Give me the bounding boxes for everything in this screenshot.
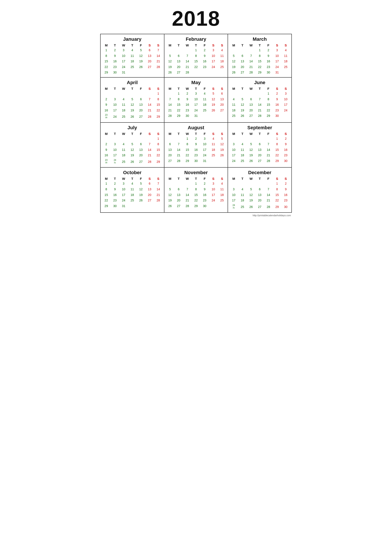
day-header: W xyxy=(183,176,192,181)
calendar-day xyxy=(256,181,264,187)
month-block-february: FebruaryMTWTFSS1234567891011121314151617… xyxy=(164,34,228,78)
calendar-day: 30 xyxy=(273,113,281,119)
calendar-day: 26 xyxy=(209,108,218,113)
calendar-day xyxy=(154,203,163,209)
calendar-day: 23 xyxy=(111,198,119,203)
calendar-day: 8 xyxy=(154,141,163,147)
day-header: S xyxy=(273,131,281,136)
calendar-day xyxy=(183,181,192,187)
day-header: T xyxy=(238,43,247,48)
calendar-day: 15 xyxy=(174,102,183,108)
calendar-day: 24 xyxy=(229,158,238,164)
calendar-day xyxy=(218,70,226,75)
calendar-day: 30 xyxy=(111,70,119,75)
calendar-day: 20 xyxy=(238,64,247,70)
day-header: S xyxy=(154,43,163,48)
day-header: S xyxy=(281,131,290,136)
day-header: F xyxy=(264,43,273,48)
calendar-day: 23 xyxy=(264,64,273,70)
calendar-day: 1 xyxy=(154,91,163,96)
calendar-day xyxy=(128,136,136,142)
calendar-day: 25 xyxy=(128,64,136,70)
calendar-day xyxy=(218,203,226,209)
calendar-day: 25 xyxy=(119,113,128,120)
calendar-day: 29 xyxy=(102,70,111,75)
calendar-day: 22 xyxy=(192,198,200,203)
calendar-day xyxy=(136,203,145,209)
calendar-day xyxy=(136,136,145,142)
day-header: W xyxy=(247,176,256,181)
calendar-day: 7 xyxy=(247,53,256,59)
calendar-day: 27 xyxy=(247,113,256,119)
calendar-day: 11 xyxy=(218,53,226,59)
month-block-march: MarchMTWTFSS1234567891011121314151617181… xyxy=(228,34,292,78)
calendar-day: 12 xyxy=(136,53,145,59)
calendar-day: 15 xyxy=(102,192,111,198)
calendar-day: 1 xyxy=(102,48,111,53)
calendar-day: 28 xyxy=(264,203,273,210)
calendar-day: 27 xyxy=(174,203,183,209)
calendar-day: 18 xyxy=(119,108,128,113)
calendar-day: 20 xyxy=(136,153,145,158)
calendar-day: 8 xyxy=(102,53,111,59)
day-header: S xyxy=(145,131,154,136)
calendar-day: 27 xyxy=(145,64,154,70)
day-header: W xyxy=(183,131,192,136)
calendar-day xyxy=(247,136,256,142)
day-header: S xyxy=(218,131,226,136)
calendar-day: 14 xyxy=(154,187,163,192)
calendar-day xyxy=(229,91,238,96)
day-header: S xyxy=(154,131,163,136)
calendar-day: 22 xyxy=(273,153,281,158)
calendar-day: 16 xyxy=(102,153,111,158)
calendar-day: 8 xyxy=(273,141,281,147)
month-block-september: SeptemberMTWTFSS123456789101112131415161… xyxy=(228,123,292,168)
calendar-day: 4 xyxy=(229,96,238,102)
calendar-day: 27 xyxy=(136,113,145,120)
calendar-day: 2 xyxy=(200,48,209,53)
calendar-day: 22 xyxy=(174,108,183,113)
calendar-day: 13 xyxy=(256,192,264,198)
calendar-day: 14 xyxy=(145,147,154,153)
day-header: S xyxy=(209,176,218,181)
calendar-day: 4 xyxy=(238,141,247,147)
calendar-day xyxy=(166,91,174,96)
calendar-day: 9 xyxy=(192,141,200,147)
calendar-day xyxy=(192,70,200,75)
calendar-day: 10 xyxy=(229,192,238,198)
calendar-day: 21 xyxy=(264,153,273,158)
calendar-day: 25 xyxy=(238,203,247,210)
calendar-day: 16 xyxy=(281,192,290,198)
calendar-day: 28 xyxy=(264,158,273,164)
calendar-day: 6 xyxy=(174,187,183,192)
calendar-day: 21 xyxy=(145,108,154,113)
day-header: T xyxy=(128,176,136,181)
calendar-day: 17 xyxy=(273,59,281,64)
calendar-day: 31 xyxy=(273,70,281,75)
calendar-day: 13 xyxy=(256,147,264,153)
calendar-day: 24 xyxy=(281,108,290,113)
calendar-day: 8 xyxy=(273,187,281,192)
calendar-day: 22 xyxy=(273,198,281,203)
calendar-day xyxy=(281,70,290,75)
calendar-day: 1 xyxy=(264,91,273,96)
calendar-day: 9 xyxy=(281,141,290,147)
calendar-day: 15 xyxy=(273,192,281,198)
calendar-day: 7 xyxy=(154,181,163,187)
calendar-day: 6 xyxy=(238,53,247,59)
calendar-day: 20 xyxy=(145,59,154,64)
calendar-day: 23 xyxy=(281,153,290,158)
day-header: T xyxy=(111,131,119,136)
calendar-day: 11 xyxy=(119,147,128,153)
calendar-day: 12 xyxy=(238,102,247,108)
day-header: W xyxy=(183,86,192,91)
calendar-day: 16 xyxy=(200,192,209,198)
calendar-day: 6 xyxy=(247,96,256,102)
calendar-day: 18 xyxy=(281,59,290,64)
day-header: F xyxy=(264,176,273,181)
calendar-day: 11 xyxy=(119,102,128,108)
calendar-day: 25 xyxy=(218,64,226,70)
calendar-day: 25 xyxy=(238,158,247,164)
month-block-november: NovemberMTWTFSS1234567891011121314151617… xyxy=(164,168,228,213)
calendar-day: 17 xyxy=(119,59,128,64)
